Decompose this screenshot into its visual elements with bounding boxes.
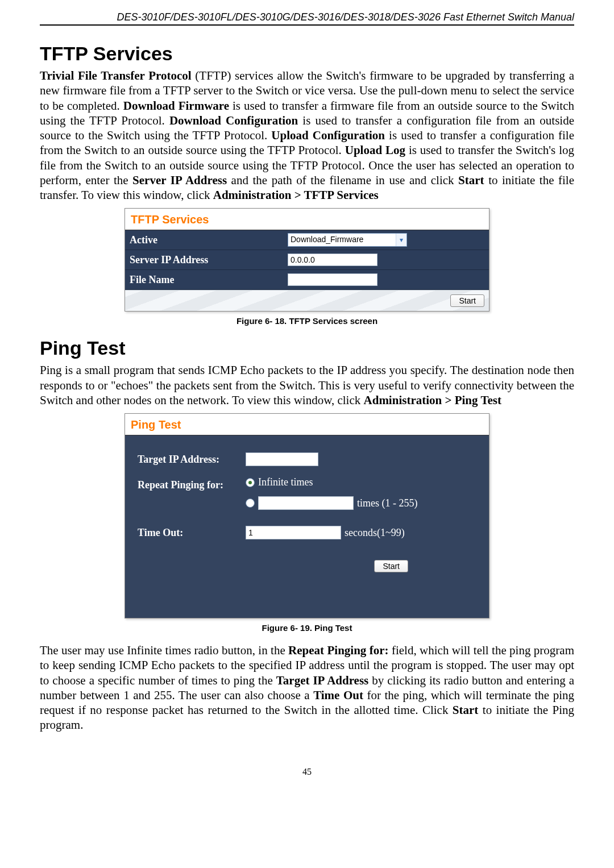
radio-times[interactable]	[246, 499, 255, 508]
target-ip-input[interactable]	[246, 452, 318, 466]
ping-panel-title: Ping Test	[125, 414, 489, 435]
tftp-paragraph: Trivial File Transfer Protocol (TFTP) se…	[40, 68, 574, 202]
active-label: Active	[125, 232, 284, 248]
page-number: 45	[40, 767, 574, 777]
repeat-times-input[interactable]	[258, 496, 354, 510]
tftp-panel: TFTP Services Active Download_Firmware ▾…	[125, 208, 489, 312]
chevron-down-icon[interactable]: ▾	[396, 234, 406, 246]
timeout-label: Time Out:	[138, 527, 246, 539]
tftp-row-active: Active Download_Firmware ▾	[125, 230, 489, 250]
repeat-label: Repeat Pinging for:	[138, 479, 246, 491]
tftp-row-file: File Name	[125, 270, 489, 290]
term-download-firmware: Download Firmware	[123, 99, 229, 113]
timeout-suffix: seconds(1~99)	[345, 527, 405, 539]
text: The user may use Infinite times radio bu…	[40, 643, 288, 657]
file-name-input[interactable]	[288, 273, 377, 286]
tftp-heading: TFTP Services	[40, 43, 574, 65]
ping-paragraph-2: The user may use Infinite times radio bu…	[40, 643, 574, 733]
file-name-label: File Name	[125, 272, 284, 288]
term-download-config: Download Configuration	[169, 114, 298, 127]
tftp-start-button[interactable]: Start	[450, 294, 484, 307]
ping-paragraph-1: Ping is a small program that sends ICMP …	[40, 363, 574, 408]
ping-button-row: Start	[138, 560, 476, 572]
server-ip-label: Server IP Address	[125, 252, 284, 268]
ping-start-button[interactable]: Start	[374, 560, 408, 572]
ping-caption: Figure 6- 19. Ping Test	[40, 623, 574, 633]
term-target-ip: Target IP Address	[276, 674, 369, 687]
infinite-times-label: Infinite times	[258, 476, 313, 488]
ping-row-repeat: Repeat Pinging for: Infinite times	[138, 476, 476, 494]
tftp-panel-title: TFTP Services	[125, 209, 489, 230]
term-start: Start	[458, 173, 484, 187]
term-start-ping: Start	[453, 703, 479, 717]
timeout-input[interactable]	[246, 526, 341, 539]
term-tftp: Trivial File Transfer Protocol	[40, 69, 192, 82]
ping-row-target: Target IP Address:	[138, 452, 476, 466]
ping-row-timeout: Time Out: seconds(1~99)	[138, 526, 476, 539]
radio-infinite[interactable]	[246, 478, 255, 487]
term-upload-log: Upload Log	[345, 143, 405, 157]
term-server-ip: Server IP Address	[132, 173, 227, 187]
page-header: DES-3010F/DES-3010FL/DES-3010G/DES-3016/…	[40, 11, 574, 26]
term-time-out: Time Out	[313, 688, 363, 702]
tftp-caption: Figure 6- 18. TFTP Services screen	[40, 316, 574, 326]
active-select[interactable]: Download_Firmware ▾	[288, 233, 407, 247]
text: and the path of the filename in use and …	[227, 173, 458, 187]
term-repeat-pinging: Repeat Pinging for:	[288, 643, 388, 657]
target-ip-label: Target IP Address:	[138, 454, 246, 466]
active-select-value: Download_Firmware	[288, 234, 396, 246]
times-suffix: times (1 - 255)	[357, 497, 417, 509]
ping-heading: Ping Test	[40, 337, 574, 359]
ping-panel: Ping Test Target IP Address: Repeat Ping…	[125, 413, 489, 618]
tftp-row-server: Server IP Address	[125, 250, 489, 270]
breadcrumb-ping: Administration > Ping Test	[364, 393, 501, 407]
term-upload-config: Upload Configuration	[271, 128, 385, 142]
ping-row-repeat-times: times (1 - 255)	[138, 496, 476, 516]
breadcrumb-tftp: Administration > TFTP Services	[213, 188, 379, 202]
server-ip-input[interactable]	[288, 254, 377, 266]
tftp-footer: Start	[125, 290, 489, 311]
